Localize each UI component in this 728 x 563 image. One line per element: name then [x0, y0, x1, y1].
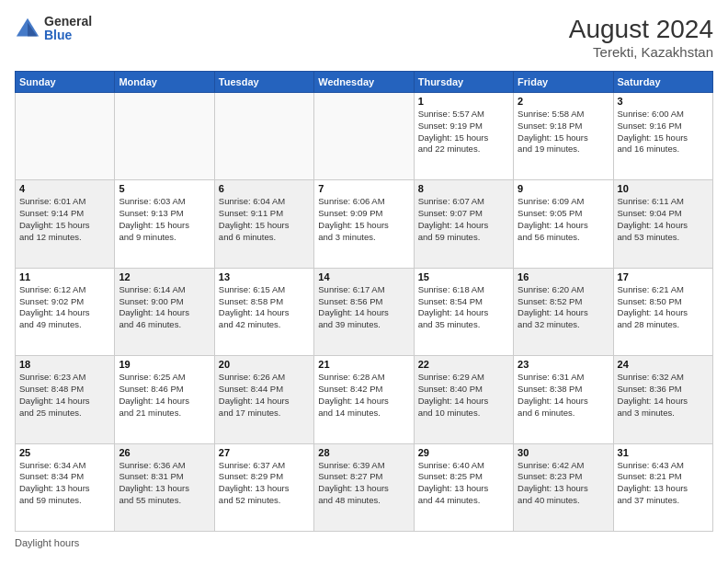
day-of-week-header: Sunday [16, 72, 115, 93]
day-number: 10 [618, 183, 709, 194]
calendar-day-cell: 15Sunrise: 6:18 AM Sunset: 8:54 PM Dayli… [414, 268, 513, 355]
calendar-week-row: 25Sunrise: 6:34 AM Sunset: 8:34 PM Dayli… [16, 443, 713, 531]
day-number: 30 [518, 447, 609, 458]
calendar-day-cell: 11Sunrise: 6:12 AM Sunset: 9:02 PM Dayli… [16, 268, 115, 355]
day-info: Sunrise: 6:20 AM Sunset: 8:52 PM Dayligh… [518, 284, 609, 331]
day-number: 7 [318, 183, 409, 194]
day-info: Sunrise: 6:37 AM Sunset: 8:29 PM Dayligh… [219, 460, 310, 507]
day-info: Sunrise: 6:34 AM Sunset: 8:34 PM Dayligh… [19, 460, 110, 507]
day-info: Sunrise: 6:21 AM Sunset: 8:50 PM Dayligh… [618, 284, 709, 331]
day-info: Sunrise: 6:36 AM Sunset: 8:31 PM Dayligh… [119, 460, 210, 507]
day-info: Sunrise: 6:31 AM Sunset: 8:38 PM Dayligh… [518, 372, 609, 419]
day-number: 28 [318, 447, 409, 458]
day-info: Sunrise: 6:03 AM Sunset: 9:13 PM Dayligh… [119, 196, 210, 243]
day-number: 9 [518, 183, 609, 194]
calendar-day-cell [214, 93, 313, 180]
day-number: 16 [518, 271, 609, 282]
day-number: 12 [119, 271, 210, 282]
title-block: August 2024 Terekti, Kazakhstan [569, 15, 713, 60]
logo-line2: Blue [44, 29, 92, 42]
day-number: 6 [219, 183, 310, 194]
day-info: Sunrise: 6:14 AM Sunset: 9:00 PM Dayligh… [119, 284, 210, 331]
calendar-day-cell: 29Sunrise: 6:40 AM Sunset: 8:25 PM Dayli… [414, 443, 513, 531]
day-info: Sunrise: 6:25 AM Sunset: 8:46 PM Dayligh… [119, 372, 210, 419]
calendar-day-cell: 31Sunrise: 6:43 AM Sunset: 8:21 PM Dayli… [613, 443, 712, 531]
calendar-title: August 2024 [569, 15, 713, 44]
calendar-day-cell: 19Sunrise: 6:25 AM Sunset: 8:46 PM Dayli… [115, 356, 214, 443]
day-number: 13 [219, 271, 310, 282]
footer-text: Daylight hours [15, 537, 79, 548]
calendar-day-cell: 21Sunrise: 6:28 AM Sunset: 8:42 PM Dayli… [314, 356, 414, 443]
calendar-week-row: 1Sunrise: 5:57 AM Sunset: 9:19 PM Daylig… [16, 93, 713, 180]
day-number: 26 [119, 447, 210, 458]
day-number: 24 [618, 359, 709, 370]
page: General Blue August 2024 Terekti, Kazakh… [0, 0, 728, 563]
calendar-day-cell: 22Sunrise: 6:29 AM Sunset: 8:40 PM Dayli… [414, 356, 513, 443]
calendar-week-row: 18Sunrise: 6:23 AM Sunset: 8:48 PM Dayli… [16, 356, 713, 443]
day-of-week-header: Wednesday [314, 72, 414, 93]
calendar-day-cell: 6Sunrise: 6:04 AM Sunset: 9:11 PM Daylig… [214, 180, 313, 268]
calendar-day-cell: 17Sunrise: 6:21 AM Sunset: 8:50 PM Dayli… [613, 268, 712, 355]
calendar-day-cell: 26Sunrise: 6:36 AM Sunset: 8:31 PM Dayli… [115, 443, 214, 531]
calendar-week-row: 11Sunrise: 6:12 AM Sunset: 9:02 PM Dayli… [16, 268, 713, 355]
calendar-day-cell: 24Sunrise: 6:32 AM Sunset: 8:36 PM Dayli… [613, 356, 712, 443]
day-number: 2 [518, 96, 609, 107]
calendar-day-cell [115, 93, 214, 180]
day-of-week-header: Saturday [613, 72, 712, 93]
calendar-day-cell: 7Sunrise: 6:06 AM Sunset: 9:09 PM Daylig… [314, 180, 414, 268]
day-info: Sunrise: 6:00 AM Sunset: 9:16 PM Dayligh… [618, 109, 709, 155]
day-info: Sunrise: 6:40 AM Sunset: 8:25 PM Dayligh… [418, 460, 509, 507]
day-number: 17 [618, 271, 709, 282]
day-number: 25 [19, 447, 110, 458]
day-info: Sunrise: 6:32 AM Sunset: 8:36 PM Dayligh… [618, 372, 709, 419]
logo-line1: General [44, 15, 92, 29]
day-info: Sunrise: 6:42 AM Sunset: 8:23 PM Dayligh… [518, 460, 609, 507]
day-info: Sunrise: 6:26 AM Sunset: 8:44 PM Dayligh… [219, 372, 310, 419]
day-number: 4 [19, 183, 110, 194]
calendar-day-cell: 2Sunrise: 5:58 AM Sunset: 9:18 PM Daylig… [514, 93, 613, 180]
day-info: Sunrise: 6:29 AM Sunset: 8:40 PM Dayligh… [418, 372, 509, 419]
day-info: Sunrise: 6:12 AM Sunset: 9:02 PM Dayligh… [19, 284, 110, 331]
calendar-day-cell: 25Sunrise: 6:34 AM Sunset: 8:34 PM Dayli… [16, 443, 115, 531]
day-number: 19 [119, 359, 210, 370]
calendar-day-cell: 27Sunrise: 6:37 AM Sunset: 8:29 PM Dayli… [214, 443, 313, 531]
day-info: Sunrise: 6:01 AM Sunset: 9:14 PM Dayligh… [19, 196, 110, 243]
calendar-day-cell: 12Sunrise: 6:14 AM Sunset: 9:00 PM Dayli… [115, 268, 214, 355]
day-number: 18 [19, 359, 110, 370]
calendar-header-row: SundayMondayTuesdayWednesdayThursdayFrid… [16, 72, 713, 93]
calendar-table: SundayMondayTuesdayWednesdayThursdayFrid… [15, 71, 713, 532]
day-number: 3 [618, 96, 709, 107]
calendar-day-cell: 1Sunrise: 5:57 AM Sunset: 9:19 PM Daylig… [414, 93, 513, 180]
calendar-day-cell: 14Sunrise: 6:17 AM Sunset: 8:56 PM Dayli… [314, 268, 414, 355]
footer-note: Daylight hours [15, 537, 713, 548]
day-number: 23 [518, 359, 609, 370]
day-of-week-header: Friday [514, 72, 613, 93]
calendar-day-cell [314, 93, 414, 180]
calendar-day-cell: 8Sunrise: 6:07 AM Sunset: 9:07 PM Daylig… [414, 180, 513, 268]
day-number: 20 [219, 359, 310, 370]
day-number: 31 [618, 447, 709, 458]
day-of-week-header: Monday [115, 72, 214, 93]
day-number: 29 [418, 447, 509, 458]
logo-icon [15, 16, 40, 41]
calendar-day-cell: 28Sunrise: 6:39 AM Sunset: 8:27 PM Dayli… [314, 443, 414, 531]
calendar-day-cell: 16Sunrise: 6:20 AM Sunset: 8:52 PM Dayli… [514, 268, 613, 355]
calendar-week-row: 4Sunrise: 6:01 AM Sunset: 9:14 PM Daylig… [16, 180, 713, 268]
calendar-subtitle: Terekti, Kazakhstan [569, 44, 713, 60]
calendar-day-cell: 9Sunrise: 6:09 AM Sunset: 9:05 PM Daylig… [514, 180, 613, 268]
logo-text: General Blue [44, 15, 92, 43]
calendar-day-cell [16, 93, 115, 180]
calendar-day-cell: 30Sunrise: 6:42 AM Sunset: 8:23 PM Dayli… [514, 443, 613, 531]
day-of-week-header: Thursday [414, 72, 513, 93]
day-info: Sunrise: 6:23 AM Sunset: 8:48 PM Dayligh… [19, 372, 110, 419]
day-number: 5 [119, 183, 210, 194]
day-of-week-header: Tuesday [214, 72, 313, 93]
day-info: Sunrise: 6:07 AM Sunset: 9:07 PM Dayligh… [418, 196, 509, 243]
day-info: Sunrise: 6:39 AM Sunset: 8:27 PM Dayligh… [318, 460, 409, 507]
day-info: Sunrise: 6:28 AM Sunset: 8:42 PM Dayligh… [318, 372, 409, 419]
day-info: Sunrise: 5:58 AM Sunset: 9:18 PM Dayligh… [518, 109, 609, 155]
day-info: Sunrise: 6:09 AM Sunset: 9:05 PM Dayligh… [518, 196, 609, 243]
day-number: 1 [418, 96, 509, 107]
calendar-day-cell: 20Sunrise: 6:26 AM Sunset: 8:44 PM Dayli… [214, 356, 313, 443]
day-number: 11 [19, 271, 110, 282]
